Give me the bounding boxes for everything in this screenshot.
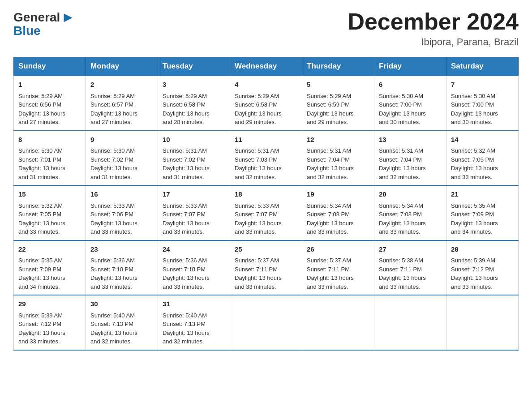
sunset-label: Sunset: 7:11 PM xyxy=(307,266,350,273)
daylight-label: Daylight: 13 hours xyxy=(163,330,210,336)
sunset-label: Sunset: 6:56 PM xyxy=(18,101,61,108)
day-number: 11 xyxy=(235,135,297,145)
sunset-label: Sunset: 7:09 PM xyxy=(18,266,61,273)
sunrise-label: Sunrise: 5:34 AM xyxy=(307,202,351,209)
calendar-cell: 24 Sunrise: 5:36 AM Sunset: 7:10 PM Dayl… xyxy=(158,240,230,295)
sunset-label: Sunset: 7:13 PM xyxy=(90,321,133,327)
calendar-cell: 12 Sunrise: 5:31 AM Sunset: 7:04 PM Dayl… xyxy=(302,131,374,186)
daylight-minutes: and 33 minutes. xyxy=(235,283,276,290)
sunrise-label: Sunrise: 5:33 AM xyxy=(235,202,279,209)
calendar-cell: 1 Sunrise: 5:29 AM Sunset: 6:56 PM Dayli… xyxy=(14,76,86,131)
day-number: 2 xyxy=(90,80,153,90)
day-number: 28 xyxy=(451,244,514,255)
sunset-label: Sunset: 7:07 PM xyxy=(235,211,278,218)
sunrise-label: Sunrise: 5:31 AM xyxy=(379,147,423,154)
sunset-label: Sunset: 7:05 PM xyxy=(18,211,61,218)
day-number: 16 xyxy=(90,189,153,200)
calendar-cell: 5 Sunrise: 5:29 AM Sunset: 6:59 PM Dayli… xyxy=(302,76,374,131)
calendar-cell: 9 Sunrise: 5:30 AM Sunset: 7:02 PM Dayli… xyxy=(86,131,158,186)
calendar-cell: 11 Sunrise: 5:31 AM Sunset: 7:03 PM Dayl… xyxy=(230,131,302,186)
day-number: 31 xyxy=(163,299,225,309)
daylight-label: Daylight: 13 hours xyxy=(235,274,282,281)
daylight-label: Daylight: 13 hours xyxy=(90,165,137,171)
calendar-cell: 16 Sunrise: 5:33 AM Sunset: 7:06 PM Dayl… xyxy=(86,185,158,240)
daylight-label: Daylight: 13 hours xyxy=(90,330,137,336)
day-number: 1 xyxy=(18,80,81,90)
day-number: 7 xyxy=(451,80,514,90)
calendar-cell: 6 Sunrise: 5:30 AM Sunset: 7:00 PM Dayli… xyxy=(374,76,446,131)
sunrise-label: Sunrise: 5:31 AM xyxy=(163,147,207,154)
sunset-label: Sunset: 7:10 PM xyxy=(163,266,206,273)
sunrise-label: Sunrise: 5:30 AM xyxy=(379,93,423,99)
day-number: 17 xyxy=(163,189,225,200)
sunset-label: Sunset: 7:11 PM xyxy=(379,266,422,273)
daylight-minutes: and 33 minutes. xyxy=(379,228,420,235)
sunset-label: Sunset: 7:02 PM xyxy=(90,156,133,163)
calendar-table: SundayMondayTuesdayWednesdayThursdayFrid… xyxy=(13,57,519,351)
location-text: Ibipora, Parana, Brazil xyxy=(348,36,519,48)
daylight-minutes: and 33 minutes. xyxy=(451,174,493,180)
day-number: 12 xyxy=(307,135,369,145)
day-number: 8 xyxy=(18,135,81,145)
calendar-cell: 15 Sunrise: 5:32 AM Sunset: 7:05 PM Dayl… xyxy=(14,185,86,240)
logo-blue-text: Blue xyxy=(13,24,41,38)
day-header-sunday: Sunday xyxy=(14,57,86,76)
sunset-label: Sunset: 7:12 PM xyxy=(451,266,494,273)
calendar-cell: 14 Sunrise: 5:32 AM Sunset: 7:05 PM Dayl… xyxy=(446,131,519,186)
day-number: 27 xyxy=(379,244,442,255)
daylight-label: Daylight: 13 hours xyxy=(163,110,210,117)
calendar-week-row: 22 Sunrise: 5:35 AM Sunset: 7:09 PM Dayl… xyxy=(14,240,519,295)
day-header-wednesday: Wednesday xyxy=(230,57,302,76)
sunset-label: Sunset: 6:59 PM xyxy=(307,101,350,108)
sunrise-label: Sunrise: 5:29 AM xyxy=(18,93,63,99)
sunrise-label: Sunrise: 5:37 AM xyxy=(307,257,351,264)
sunset-label: Sunset: 7:12 PM xyxy=(18,321,61,327)
day-header-monday: Monday xyxy=(86,57,158,76)
daylight-label: Daylight: 13 hours xyxy=(235,110,282,117)
day-number: 6 xyxy=(379,80,442,90)
calendar-cell: 28 Sunrise: 5:39 AM Sunset: 7:12 PM Dayl… xyxy=(446,240,519,295)
daylight-label: Daylight: 13 hours xyxy=(379,165,426,171)
sunset-label: Sunset: 6:58 PM xyxy=(235,101,278,108)
day-number: 15 xyxy=(18,189,81,200)
day-number: 3 xyxy=(163,80,225,90)
calendar-cell: 19 Sunrise: 5:34 AM Sunset: 7:08 PM Dayl… xyxy=(302,185,374,240)
sunrise-label: Sunrise: 5:36 AM xyxy=(163,257,207,264)
calendar-cell: 13 Sunrise: 5:31 AM Sunset: 7:04 PM Dayl… xyxy=(374,131,446,186)
sunrise-label: Sunrise: 5:35 AM xyxy=(18,257,63,264)
daylight-label: Daylight: 13 hours xyxy=(451,110,498,117)
daylight-minutes: and 31 minutes. xyxy=(18,174,60,180)
day-header-friday: Friday xyxy=(374,57,446,76)
calendar-cell: 31 Sunrise: 5:40 AM Sunset: 7:13 PM Dayl… xyxy=(158,295,230,350)
calendar-cell: 2 Sunrise: 5:29 AM Sunset: 6:57 PM Dayli… xyxy=(86,76,158,131)
daylight-minutes: and 31 minutes. xyxy=(163,174,204,180)
sunset-label: Sunset: 7:00 PM xyxy=(451,101,494,108)
sunrise-label: Sunrise: 5:33 AM xyxy=(90,202,135,209)
sunrise-label: Sunrise: 5:30 AM xyxy=(18,147,63,154)
sunrise-label: Sunrise: 5:39 AM xyxy=(18,312,63,319)
title-block: December 2024 Ibipora, Parana, Brazil xyxy=(348,9,519,48)
sunset-label: Sunset: 7:08 PM xyxy=(379,211,422,218)
calendar-cell xyxy=(446,295,519,350)
day-number: 24 xyxy=(163,244,225,255)
day-number: 20 xyxy=(379,189,442,200)
sunset-label: Sunset: 7:09 PM xyxy=(451,211,494,218)
daylight-label: Daylight: 13 hours xyxy=(90,110,137,117)
daylight-minutes: and 33 minutes. xyxy=(18,228,60,235)
daylight-label: Daylight: 13 hours xyxy=(163,274,210,281)
sunset-label: Sunset: 7:00 PM xyxy=(379,101,422,108)
daylight-label: Daylight: 13 hours xyxy=(379,274,426,281)
sunrise-label: Sunrise: 5:33 AM xyxy=(163,202,207,209)
daylight-label: Daylight: 13 hours xyxy=(18,110,65,117)
daylight-minutes: and 32 minutes. xyxy=(235,174,276,180)
calendar-cell: 10 Sunrise: 5:31 AM Sunset: 7:02 PM Dayl… xyxy=(158,131,230,186)
daylight-label: Daylight: 13 hours xyxy=(18,274,65,281)
logo-general-text: General xyxy=(13,10,60,25)
daylight-minutes: and 32 minutes. xyxy=(307,174,348,180)
calendar-header-row: SundayMondayTuesdayWednesdayThursdayFrid… xyxy=(14,57,519,76)
sunset-label: Sunset: 6:58 PM xyxy=(163,101,206,108)
calendar-cell: 8 Sunrise: 5:30 AM Sunset: 7:01 PM Dayli… xyxy=(14,131,86,186)
daylight-minutes: and 30 minutes. xyxy=(379,119,420,125)
sunrise-label: Sunrise: 5:37 AM xyxy=(235,257,279,264)
sunrise-label: Sunrise: 5:40 AM xyxy=(163,312,207,319)
